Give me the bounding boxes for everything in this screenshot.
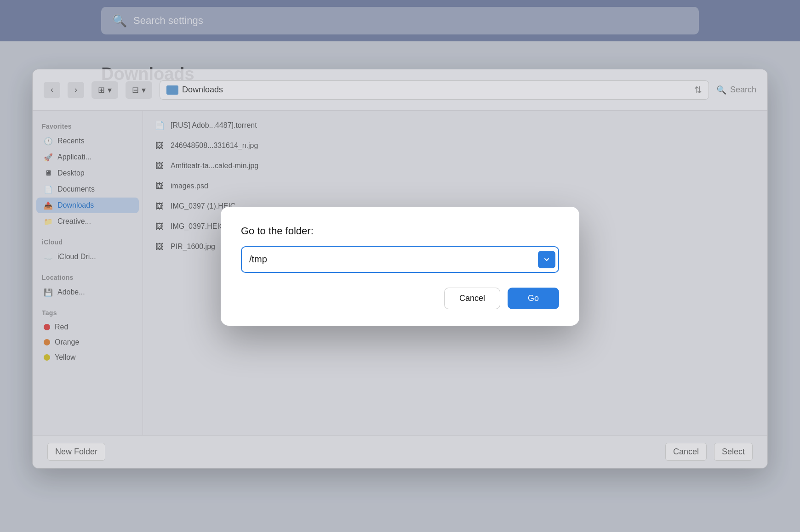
dialog-go-button[interactable]: Go (508, 288, 559, 309)
go-to-folder-dialog: Go to the folder: Cancel Go (221, 207, 579, 326)
folder-path-input[interactable] (241, 246, 559, 273)
folder-dropdown-button[interactable] (538, 251, 555, 268)
dialog-cancel-button[interactable]: Cancel (444, 288, 500, 309)
dialog-title: Go to the folder: (241, 225, 559, 237)
modal-overlay: Go to the folder: Cancel Go (0, 0, 800, 532)
chevron-down-icon (543, 256, 550, 263)
folder-input-wrapper (241, 246, 559, 273)
dialog-buttons: Cancel Go (241, 288, 559, 309)
